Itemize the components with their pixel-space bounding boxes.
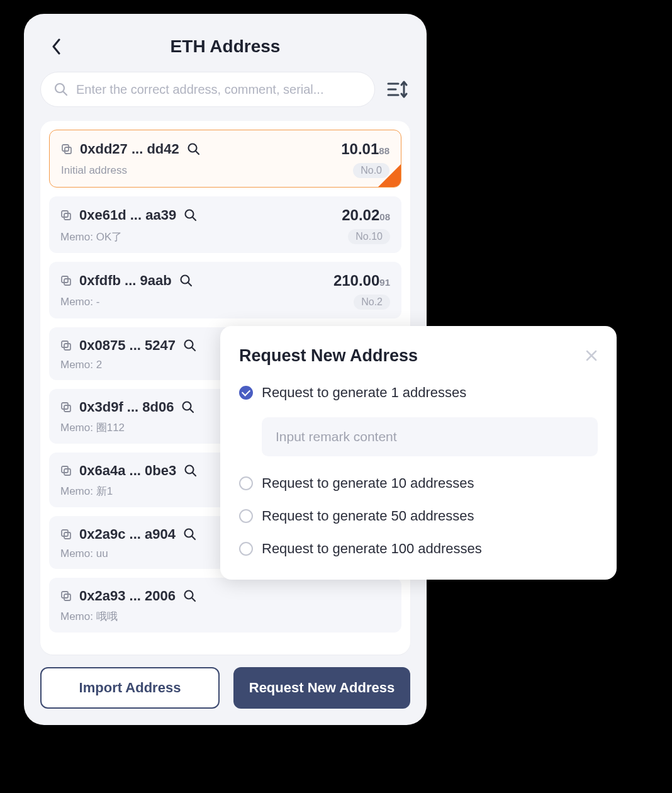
copy-icon [60,590,72,602]
selected-indicator [378,164,401,187]
close-icon [585,349,598,362]
copy-icon [61,143,72,155]
inspect-button[interactable] [183,339,197,352]
copy-icon [60,402,72,413]
magnify-icon [183,339,197,352]
svg-line-21 [192,347,195,351]
inspect-button[interactable] [184,464,198,478]
balance-sub: 08 [379,211,390,222]
magnify-icon [183,589,197,603]
memo-text: Initial address [61,164,127,177]
address-text: 0x2a93 ... 2006 [79,588,176,604]
address-item[interactable]: 0xe61d ... aa3920.0208Memo: OK了No.10 [49,196,401,253]
chevron-left-icon [52,38,62,55]
sort-icon [387,80,408,99]
magnify-icon [183,527,197,541]
copy-icon [60,465,72,476]
address-text: 0xe61d ... aa39 [79,207,176,223]
balance-sub: 91 [379,277,390,288]
memo-text: Memo: 新1 [60,484,113,498]
svg-line-13 [193,217,196,220]
serial-badge: No.10 [348,229,390,244]
inspect-button[interactable] [183,589,197,603]
address-text: 0xdd27 ... dd42 [80,141,179,157]
search-box[interactable] [40,72,375,107]
copy-button[interactable] [60,340,72,351]
generate-option[interactable]: Request to generate 10 addresses [239,475,598,492]
address-text: 0xfdfb ... 9aab [79,273,172,289]
svg-line-25 [190,409,193,412]
memo-text: Memo: 圈112 [60,420,125,435]
generate-option[interactable]: Request to generate 50 addresses [239,508,598,524]
serial-badge: No.2 [354,295,390,310]
radio-unchecked-icon [239,542,253,556]
memo-text: Memo: OK了 [60,230,122,244]
copy-button[interactable] [60,275,72,286]
magnify-icon [179,274,193,288]
radio-unchecked-icon [239,509,253,523]
address-text: 0x6a4a ... 0be3 [79,463,176,479]
modal-title: Request New Address [239,346,418,366]
page-title: ETH Address [171,37,281,57]
balance-main: 210.00 [333,272,379,290]
option-label: Request to generate 50 addresses [262,508,474,524]
address-text: 0x0875 ... 5247 [79,337,176,354]
svg-line-9 [196,151,199,154]
balance-main: 10.01 [341,140,379,158]
magnify-icon [184,208,198,222]
modal-option-list: Request to generate 1 addressesRequest t… [239,385,598,557]
copy-button[interactable] [61,143,72,155]
modal-close-button[interactable] [585,348,598,364]
copy-icon [60,210,72,221]
option-label: Request to generate 100 addresses [262,541,482,557]
balance: 210.0091 [333,272,390,290]
balance-main: 20.02 [342,206,379,224]
address-text: 0x3d9f ... 8d06 [79,399,174,415]
import-address-button[interactable]: Import Address [40,667,220,709]
balance-sub: 88 [379,145,389,156]
generate-option[interactable]: Request to generate 100 addresses [239,541,598,557]
svg-line-33 [192,536,195,539]
option-label: Request to generate 1 addresses [262,385,466,401]
balance: 20.0208 [342,206,390,224]
generate-option[interactable]: Request to generate 1 addresses [239,385,598,401]
inspect-button[interactable] [179,274,193,288]
inspect-button[interactable] [181,400,195,414]
radio-unchecked-icon [239,476,253,490]
address-text: 0x2a9c ... a904 [79,526,176,543]
copy-button[interactable] [60,210,72,221]
balance: 10.0188 [341,140,389,158]
copy-button[interactable] [60,465,72,476]
copy-icon [60,275,72,286]
search-input[interactable] [76,82,362,97]
copy-button[interactable] [60,529,72,540]
address-item[interactable]: 0x2a93 ... 2006Memo: 哦哦 [49,578,401,633]
search-icon [53,82,69,97]
copy-icon [60,340,72,351]
search-row [40,72,410,107]
copy-button[interactable] [60,402,72,413]
inspect-button[interactable] [187,142,201,156]
back-button[interactable] [48,38,65,55]
address-item[interactable]: 0xfdfb ... 9aab210.0091Memo: -No.2 [49,262,401,318]
svg-line-17 [188,283,191,286]
address-item[interactable]: 0xdd27 ... dd4210.0188Initial addressNo.… [49,130,401,188]
remark-input-container [262,417,598,456]
modal-header: Request New Address [239,346,598,366]
copy-button[interactable] [60,590,72,602]
memo-text: Memo: 2 [60,359,102,371]
remark-input[interactable] [276,429,584,444]
svg-line-37 [192,598,195,601]
memo-text: Memo: - [60,296,99,308]
inspect-button[interactable] [184,208,198,222]
inspect-button[interactable] [183,527,197,541]
memo-text: Memo: 哦哦 [60,609,118,624]
sort-button[interactable] [385,77,410,102]
memo-text: Memo: uu [60,548,108,560]
footer-actions: Import Address Request New Address [40,667,410,709]
magnify-icon [181,400,195,414]
header: ETH Address [40,31,410,62]
magnify-icon [187,142,201,156]
magnify-icon [184,464,198,478]
request-new-address-button[interactable]: Request New Address [233,667,410,709]
